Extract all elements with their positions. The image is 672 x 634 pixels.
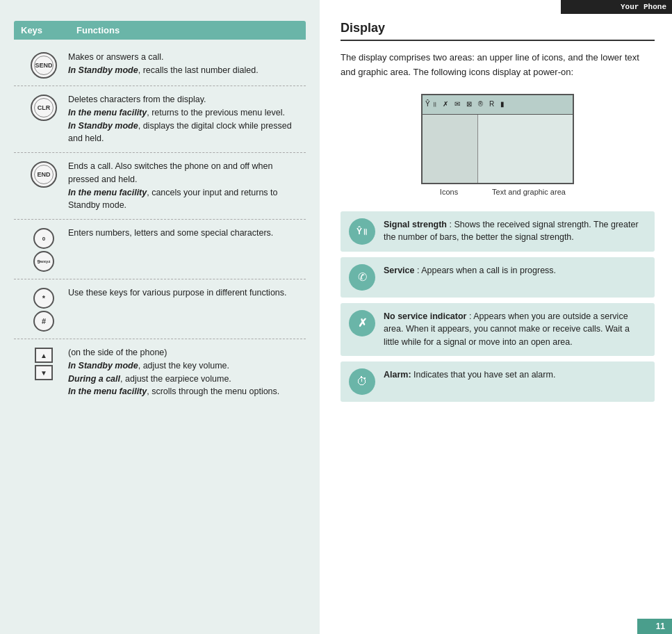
send-description: Makes or answers a call. In Standby mode… (68, 51, 300, 77)
special-keys-icon: * # (19, 288, 68, 332)
alarm-desc: Indicates that you have set an alarm. (413, 370, 555, 380)
screen-right-area (478, 115, 573, 183)
alarm-box: ⏱ Alarm: Indicates that you have set an … (341, 361, 655, 402)
signal-strength-label: Signal strength (384, 220, 447, 229)
alarm-text: Alarm: Indicates that you have set an al… (384, 368, 555, 382)
phone-screen: Ŷ॥ ✗ ✉ ⊠ ® R ▮ (421, 94, 574, 184)
num-key-0: 0 (33, 228, 54, 249)
end-key-icon: END (19, 161, 68, 188)
vol-down-button: ▼ (35, 365, 53, 380)
alarm-label: Alarm: (384, 370, 411, 380)
no-service-text: No service indicator : Appears when you … (384, 310, 646, 349)
special-description: Use these keys for various purpose in di… (68, 286, 300, 300)
end-description: Ends a call. Also switches the phone on … (68, 160, 300, 212)
hash-key: # (33, 311, 54, 332)
key-row-send: SEND Makes or answers a call. In Standby… (14, 44, 306, 86)
display-intro: The display comprises two areas: an uppe… (341, 51, 655, 80)
volume-description: (on the side of the phone) In Standby mo… (68, 346, 300, 398)
phone-display-area: Ŷ॥ ✗ ✉ ⊠ ® R ▮ Icons Text and graphic ar… (341, 94, 655, 196)
signal-strength-box: Ŷ॥ Signal strength : Shows the received … (341, 211, 655, 252)
page-number-right: 11 (637, 619, 672, 634)
col-keys-header: Keys (21, 25, 76, 35)
display-divider (341, 40, 655, 41)
num-key-9: 9wxyz (33, 251, 54, 272)
clr-description: Deletes characters from the display. In … (68, 93, 300, 145)
key-row-volume: ▲ ▼ (on the side of the phone) In Standb… (14, 339, 306, 405)
screen-labels: Icons Text and graphic area (421, 188, 574, 196)
alarm-icon: ⏱ (349, 368, 375, 395)
header-right: Your Phone (561, 0, 672, 14)
volume-keys-icon: ▲ ▼ (19, 348, 68, 380)
star-key: * (33, 288, 54, 309)
key-row-clr: CLR Deletes characters from the display.… (14, 86, 306, 153)
left-panel: Keys Functions SEND Makes or answers a c… (0, 0, 320, 634)
screen-icons: Ŷ॥ ✗ ✉ ⊠ ® R ▮ (425, 100, 507, 108)
key-row-numbers: 0 9wxyz Enters numbers, letters and some… (14, 220, 306, 279)
screen-left-area (423, 115, 478, 183)
clr-key-icon: CLR (19, 95, 68, 121)
no-service-icon: ✗ (349, 310, 375, 336)
display-title: Display (341, 21, 655, 35)
signal-strength-text: Signal strength : Shows the received sig… (384, 218, 646, 245)
numbers-description: Enters numbers, letters and some special… (68, 227, 300, 240)
clr-button: CLR (31, 95, 57, 121)
screen-label-text-area: Text and graphic area (477, 188, 574, 196)
send-key-icon: SEND (19, 52, 68, 79)
vol-up-button: ▲ (35, 348, 53, 363)
col-functions-header: Functions (76, 25, 299, 35)
service-text: Service : Appears when a call is in prog… (384, 264, 556, 277)
no-service-box: ✗ No service indicator : Appears when yo… (341, 303, 655, 356)
service-icon: ✆ (349, 264, 375, 291)
service-label: Service (384, 266, 414, 275)
phone-screen-top: Ŷ॥ ✗ ✉ ⊠ ® R ▮ (423, 95, 573, 115)
key-row-end: END Ends a call. Also switches the phone… (14, 153, 306, 220)
number-keys-icon: 0 9wxyz (19, 228, 68, 272)
service-box: ✆ Service : Appears when a call is in pr… (341, 257, 655, 298)
table-header: Keys Functions (14, 21, 306, 40)
end-button: END (31, 161, 57, 188)
signal-strength-icon: Ŷ॥ (349, 218, 375, 245)
no-service-label: No service indicator (384, 311, 467, 321)
right-panel: Display The display comprises two areas:… (320, 0, 672, 634)
screen-label-icons: Icons (421, 188, 477, 196)
service-desc: : Appears when a call is in progress. (417, 266, 556, 275)
header-right-label: Your Phone (621, 3, 666, 11)
phone-screen-body (423, 115, 573, 183)
key-row-special: * # Use these keys for various purpose i… (14, 279, 306, 339)
send-button: SEND (31, 52, 57, 79)
